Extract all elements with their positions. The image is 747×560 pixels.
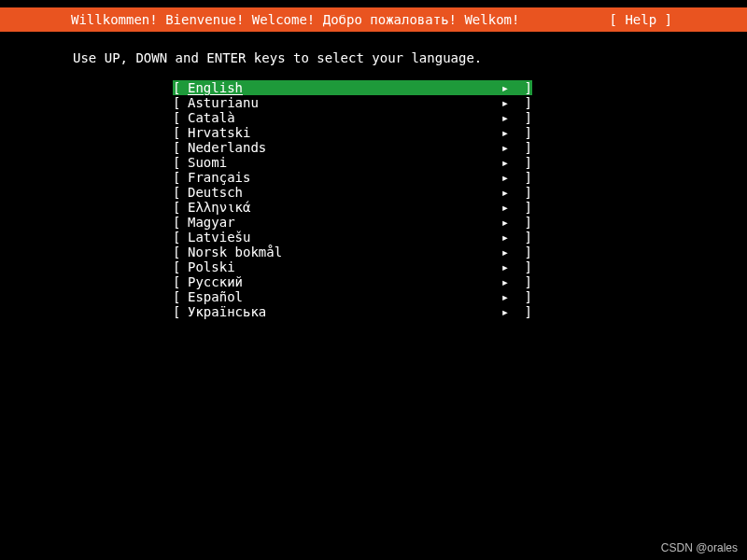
- language-list: [ English▸ ][ Asturianu▸ ][ Català▸ ][ H…: [173, 80, 532, 319]
- header-bar: Willkommen! Bienvenue! Welcome! Добро по…: [0, 7, 747, 32]
- language-name: Deutsch: [188, 185, 499, 200]
- submenu-arrow-icon: ▸: [499, 155, 512, 170]
- bracket-open-icon: [: [173, 170, 188, 185]
- language-name: Català: [188, 110, 499, 125]
- submenu-arrow-icon: ▸: [499, 230, 512, 245]
- language-item[interactable]: [ Ελληνικά▸ ]: [173, 200, 532, 215]
- language-item[interactable]: [ English▸ ]: [173, 80, 532, 95]
- bracket-close-icon: ]: [512, 140, 532, 155]
- language-name: Suomi: [188, 155, 499, 170]
- help-button[interactable]: [ Help ]: [610, 7, 734, 32]
- submenu-arrow-icon: ▸: [499, 259, 512, 274]
- language-name: Українська: [188, 304, 499, 319]
- bracket-close-icon: ]: [512, 289, 532, 304]
- language-item[interactable]: [ Magyar▸ ]: [173, 215, 532, 230]
- language-name: English: [188, 80, 499, 95]
- bracket-close-icon: ]: [512, 125, 532, 140]
- bracket-open-icon: [: [173, 80, 188, 95]
- language-item[interactable]: [ Asturianu▸ ]: [173, 95, 532, 110]
- bracket-close-icon: ]: [512, 259, 532, 274]
- language-item[interactable]: [ Norsk bokmål▸ ]: [173, 245, 532, 259]
- language-item[interactable]: [ Français▸ ]: [173, 170, 532, 185]
- language-item[interactable]: [ Polski▸ ]: [173, 259, 532, 274]
- bracket-close-icon: ]: [512, 245, 532, 259]
- language-name: Español: [188, 289, 499, 304]
- bracket-open-icon: [: [173, 230, 188, 245]
- bracket-close-icon: ]: [512, 80, 532, 95]
- language-name: Asturianu: [188, 95, 499, 110]
- submenu-arrow-icon: ▸: [499, 245, 512, 259]
- language-name: Français: [188, 170, 499, 185]
- bracket-open-icon: [: [173, 110, 188, 125]
- bracket-close-icon: ]: [512, 200, 532, 215]
- bracket-close-icon: ]: [512, 274, 532, 289]
- submenu-arrow-icon: ▸: [499, 80, 512, 95]
- language-item[interactable]: [ Русский▸ ]: [173, 274, 532, 289]
- bracket-close-icon: ]: [512, 170, 532, 185]
- bracket-open-icon: [: [173, 245, 188, 259]
- language-name: Русский: [188, 274, 499, 289]
- submenu-arrow-icon: ▸: [499, 110, 512, 125]
- instruction-text: Use UP, DOWN and ENTER keys to select yo…: [73, 50, 482, 65]
- bracket-open-icon: [: [173, 304, 188, 319]
- language-name: Ελληνικά: [188, 200, 499, 215]
- bracket-open-icon: [: [173, 185, 188, 200]
- language-name: Norsk bokmål: [188, 245, 499, 259]
- submenu-arrow-icon: ▸: [499, 215, 512, 230]
- bracket-close-icon: ]: [512, 215, 532, 230]
- bracket-close-icon: ]: [512, 230, 532, 245]
- language-item[interactable]: [ Nederlands▸ ]: [173, 140, 532, 155]
- language-item[interactable]: [ Español▸ ]: [173, 289, 532, 304]
- bracket-open-icon: [: [173, 289, 188, 304]
- language-item[interactable]: [ Català▸ ]: [173, 110, 532, 125]
- bracket-close-icon: ]: [512, 155, 532, 170]
- submenu-arrow-icon: ▸: [499, 274, 512, 289]
- language-name: Magyar: [188, 215, 499, 230]
- bracket-open-icon: [: [173, 140, 188, 155]
- language-item[interactable]: [ Suomi▸ ]: [173, 155, 532, 170]
- welcome-title: Willkommen! Bienvenue! Welcome! Добро по…: [13, 7, 519, 32]
- bracket-close-icon: ]: [512, 304, 532, 319]
- bracket-close-icon: ]: [512, 110, 532, 125]
- bracket-open-icon: [: [173, 95, 188, 110]
- bracket-open-icon: [: [173, 259, 188, 274]
- language-item[interactable]: [ Latviešu▸ ]: [173, 230, 532, 245]
- submenu-arrow-icon: ▸: [499, 170, 512, 185]
- language-item[interactable]: [ Deutsch▸ ]: [173, 185, 532, 200]
- bracket-open-icon: [: [173, 274, 188, 289]
- submenu-arrow-icon: ▸: [499, 95, 512, 110]
- bracket-open-icon: [: [173, 200, 188, 215]
- bracket-close-icon: ]: [512, 185, 532, 200]
- submenu-arrow-icon: ▸: [499, 200, 512, 215]
- language-name: Hrvatski: [188, 125, 499, 140]
- language-name: Latviešu: [188, 230, 499, 245]
- watermark: CSDN @orales: [661, 541, 738, 554]
- bracket-open-icon: [: [173, 215, 188, 230]
- bracket-close-icon: ]: [512, 95, 532, 110]
- submenu-arrow-icon: ▸: [499, 140, 512, 155]
- language-name: Nederlands: [188, 140, 499, 155]
- language-item[interactable]: [ Hrvatski▸ ]: [173, 125, 532, 140]
- language-name: Polski: [188, 259, 499, 274]
- submenu-arrow-icon: ▸: [499, 289, 512, 304]
- submenu-arrow-icon: ▸: [499, 125, 512, 140]
- language-item[interactable]: [ Українська▸ ]: [173, 304, 532, 319]
- submenu-arrow-icon: ▸: [499, 304, 512, 319]
- bracket-open-icon: [: [173, 155, 188, 170]
- submenu-arrow-icon: ▸: [499, 185, 512, 200]
- bracket-open-icon: [: [173, 125, 188, 140]
